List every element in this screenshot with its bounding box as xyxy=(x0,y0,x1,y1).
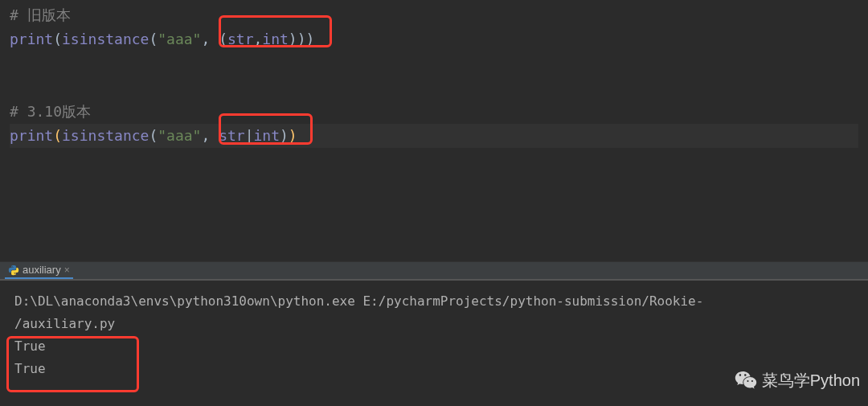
code-line xyxy=(10,76,858,100)
console-output-line: True xyxy=(14,335,854,358)
watermark-text: 菜鸟学Python xyxy=(762,370,860,392)
type-str: str xyxy=(219,127,245,144)
close-icon[interactable]: × xyxy=(64,265,70,276)
type-int: int xyxy=(253,127,280,144)
console-tab[interactable]: auxiliary × xyxy=(5,262,73,279)
tab-label: auxiliary xyxy=(23,264,61,276)
python-icon xyxy=(8,265,19,276)
watermark: 菜鸟学Python xyxy=(735,369,860,392)
code-line xyxy=(10,51,858,76)
console-output-line: True xyxy=(14,358,854,380)
paren: ) xyxy=(289,127,297,144)
comma: , xyxy=(201,127,219,144)
paren: ) xyxy=(306,31,315,47)
paren: ( xyxy=(53,127,62,144)
pipe: | xyxy=(245,127,254,144)
console-command: D:\DL\anaconda3\envs\python310own\python… xyxy=(14,290,854,313)
type-str: str xyxy=(227,31,254,47)
tuple-close: ) xyxy=(289,31,297,47)
paren: ( xyxy=(149,127,158,144)
paren: ( xyxy=(53,31,62,47)
string-literal: "aaa" xyxy=(158,31,201,47)
console-tab-bar: auxiliary × xyxy=(0,261,868,281)
type-int: int xyxy=(262,31,289,47)
print-call: print xyxy=(10,127,53,144)
code-line: # 旧版本 xyxy=(10,3,858,27)
print-call: print xyxy=(10,31,53,47)
paren: ) xyxy=(297,31,306,47)
comment: # 3.10版本 xyxy=(10,103,91,120)
console-command: /auxiliary.py xyxy=(14,313,854,335)
code-editor[interactable]: # 旧版本 print(isinstance("aaa", (str,int))… xyxy=(0,0,868,261)
tuple-open: ( xyxy=(219,31,227,47)
paren: ) xyxy=(280,127,289,144)
code-line: print(isinstance("aaa", (str,int))) xyxy=(10,27,858,51)
isinstance-call: isinstance xyxy=(62,127,149,144)
wechat-icon xyxy=(735,369,757,392)
comma: , xyxy=(253,31,262,47)
isinstance-call: isinstance xyxy=(62,31,149,47)
code-line: print(isinstance("aaa", str|int)) xyxy=(10,124,858,148)
code-line: # 3.10版本 xyxy=(10,100,858,124)
comma: , xyxy=(201,31,219,47)
comment: # 旧版本 xyxy=(10,6,71,23)
paren: ( xyxy=(149,31,158,47)
string-literal: "aaa" xyxy=(158,127,201,144)
